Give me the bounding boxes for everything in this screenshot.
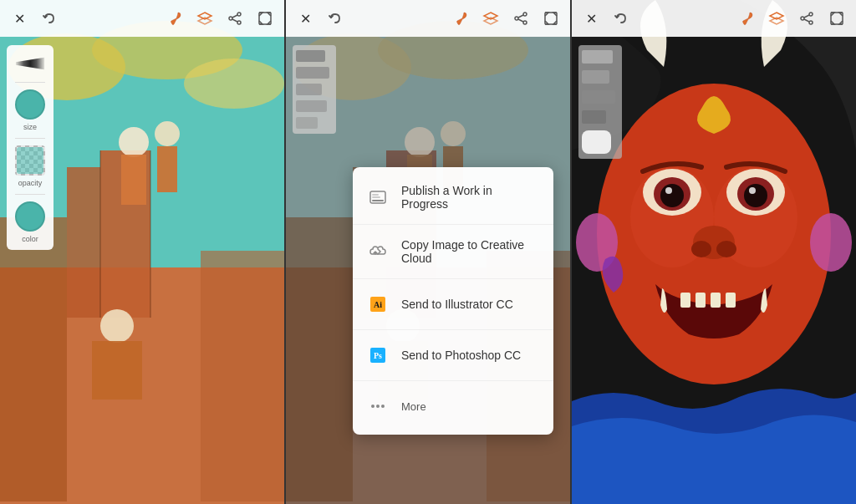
- toolbar-right-icons-left: [166, 9, 274, 28]
- layers-icon-middle[interactable]: [482, 9, 500, 28]
- svg-rect-75: [711, 293, 721, 308]
- svg-line-44: [518, 15, 523, 18]
- color-circle[interactable]: [15, 201, 45, 232]
- brush-panel-right: [578, 45, 622, 159]
- menu-item-photoshop[interactable]: Ps Send to Photoshop CC: [353, 333, 553, 377]
- close-button-middle[interactable]: ✕: [296, 9, 314, 28]
- svg-point-7: [119, 127, 149, 157]
- svg-rect-49: [372, 196, 380, 198]
- panel-middle: ✕: [286, 0, 570, 504]
- svg-point-67: [744, 184, 767, 207]
- menu-item-more[interactable]: More: [353, 384, 553, 428]
- brush-bar-4: [296, 100, 327, 112]
- undo-button-left[interactable]: [40, 9, 59, 28]
- menu-divider-4: [353, 380, 553, 381]
- creative-cloud-icon: [366, 240, 390, 263]
- panel-left: ✕ size opacity: [0, 0, 284, 504]
- svg-rect-74: [696, 293, 706, 308]
- svg-point-68: [665, 187, 672, 194]
- svg-point-19: [237, 13, 241, 16]
- share-icon-left[interactable]: [226, 9, 244, 28]
- photoshop-icon: Ps: [366, 344, 390, 367]
- menu-label-more: More: [401, 400, 426, 413]
- brush-bar-1: [296, 50, 325, 62]
- brush-bar-r1: [582, 50, 613, 64]
- toolbar-left-icons-mid: ✕: [296, 9, 344, 28]
- svg-rect-76: [726, 293, 736, 308]
- share-icon-right[interactable]: [797, 9, 816, 28]
- close-button-left[interactable]: ✕: [10, 9, 28, 28]
- menu-label-illustrator: Send to Illustrator CC: [401, 298, 513, 311]
- svg-line-85: [804, 19, 809, 22]
- toolbar-right-icons-mid: [451, 9, 560, 28]
- divider-1: [15, 82, 45, 83]
- svg-rect-6: [67, 167, 100, 318]
- svg-point-55: [371, 405, 374, 408]
- toolbar-left: ✕: [0, 0, 284, 37]
- svg-point-57: [381, 405, 385, 408]
- menu-item-publish[interactable]: Publish a Work in Progress: [353, 174, 553, 221]
- svg-point-69: [749, 187, 756, 194]
- svg-point-83: [809, 21, 813, 24]
- svg-point-81: [809, 13, 813, 16]
- svg-point-56: [376, 405, 380, 408]
- publish-icon: [366, 186, 390, 209]
- expand-icon-right[interactable]: [828, 9, 846, 28]
- svg-line-23: [232, 19, 237, 22]
- brush-icon-left[interactable]: [166, 9, 184, 28]
- size-color-circle[interactable]: [15, 89, 45, 120]
- svg-rect-14: [201, 251, 284, 501]
- menu-label-copy-cloud: Copy Image to Creative Cloud: [401, 238, 540, 265]
- svg-rect-50: [372, 194, 379, 196]
- toolbar-left-icons: ✕: [10, 9, 59, 28]
- divider-3: [15, 194, 45, 195]
- layers-icon-left[interactable]: [196, 9, 214, 28]
- undo-button-middle[interactable]: [326, 9, 344, 28]
- svg-rect-12: [92, 341, 142, 400]
- svg-point-78: [810, 213, 852, 272]
- undo-button-right[interactable]: [612, 9, 630, 28]
- svg-line-84: [804, 15, 809, 18]
- toolbar-right-icons-right: [737, 9, 846, 28]
- close-button-right[interactable]: ✕: [582, 9, 600, 28]
- svg-rect-13: [0, 217, 67, 501]
- expand-icon-middle[interactable]: [542, 9, 560, 28]
- menu-divider-2: [353, 278, 553, 279]
- svg-point-41: [523, 13, 527, 16]
- opacity-swatch[interactable]: [15, 145, 45, 176]
- menu-divider-3: [353, 329, 553, 330]
- svg-text:Ps: Ps: [374, 351, 382, 360]
- panel-right: ✕: [572, 0, 856, 504]
- brush-icon-right[interactable]: [737, 9, 756, 28]
- color-label: color: [22, 235, 38, 243]
- svg-point-66: [660, 184, 684, 207]
- svg-rect-8: [121, 155, 146, 205]
- svg-rect-48: [372, 200, 384, 201]
- menu-item-copy-cloud[interactable]: Copy Image to Creative Cloud: [353, 228, 553, 275]
- svg-point-20: [229, 17, 232, 20]
- svg-rect-37: [286, 217, 353, 501]
- illustrator-icon: Ai: [366, 293, 390, 316]
- brush-bar-5: [296, 117, 318, 129]
- svg-point-11: [100, 309, 134, 343]
- brush-bar-r5: [582, 130, 611, 154]
- toolbar-middle: ✕: [286, 0, 570, 37]
- menu-item-illustrator[interactable]: Ai Send to Illustrator CC: [353, 283, 553, 326]
- menu-label-publish: Publish a Work in Progress: [401, 184, 540, 211]
- brush-bar-r3: [582, 90, 615, 104]
- more-icon: [366, 395, 390, 418]
- toolbar-right: ✕: [572, 0, 856, 37]
- share-icon-middle[interactable]: [512, 9, 530, 28]
- layers-icon-right[interactable]: [767, 9, 786, 28]
- menu-label-photoshop: Send to Photoshop CC: [401, 349, 521, 362]
- share-dropdown-menu: Publish a Work in Progress Copy Image to…: [353, 167, 553, 435]
- brush-icon-middle[interactable]: [451, 9, 470, 28]
- svg-point-3: [184, 59, 284, 109]
- brush-stroke-icon: [14, 56, 46, 71]
- brush-bar-r2: [582, 70, 609, 84]
- menu-divider-1: [353, 224, 553, 225]
- brush-bar-r4: [582, 110, 606, 124]
- svg-point-43: [523, 21, 527, 24]
- svg-line-45: [518, 19, 523, 22]
- expand-icon-left[interactable]: [256, 9, 274, 28]
